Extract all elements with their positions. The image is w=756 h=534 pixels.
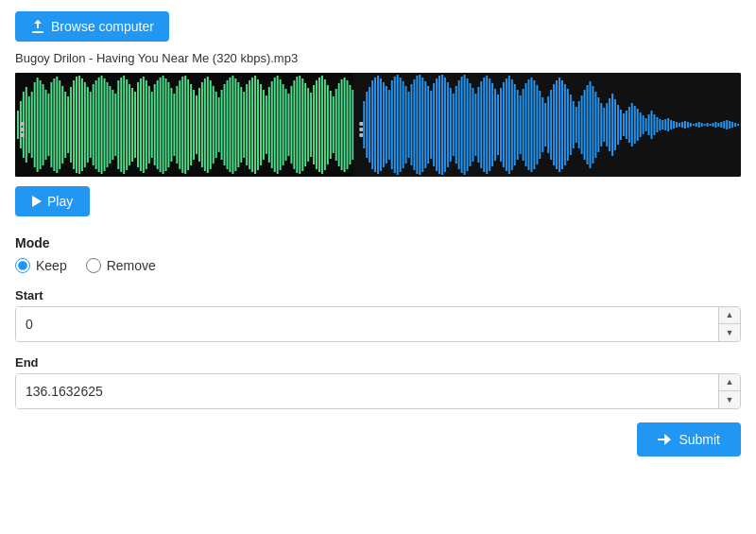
- svg-rect-27: [84, 82, 86, 167]
- svg-rect-110: [316, 80, 318, 169]
- end-increment-button[interactable]: ▲: [719, 374, 740, 391]
- svg-rect-229: [637, 109, 639, 141]
- svg-rect-240: [667, 118, 669, 131]
- svg-rect-21: [67, 96, 69, 153]
- svg-rect-169: [469, 83, 471, 166]
- svg-rect-83: [240, 87, 242, 163]
- svg-rect-261: [726, 120, 728, 129]
- svg-rect-130: [359, 133, 363, 137]
- svg-rect-152: [421, 78, 423, 172]
- svg-rect-28: [87, 87, 89, 163]
- svg-rect-257: [714, 122, 716, 128]
- svg-rect-141: [391, 80, 393, 169]
- svg-rect-174: [483, 78, 485, 172]
- svg-rect-12: [43, 84, 44, 165]
- svg-rect-119: [341, 79, 343, 170]
- svg-rect-68: [198, 88, 200, 162]
- svg-rect-3: [17, 111, 19, 139]
- end-spinner: ▲ ▼: [718, 374, 740, 408]
- svg-rect-198: [550, 90, 552, 160]
- svg-rect-134: [371, 80, 373, 169]
- svg-rect-0: [32, 31, 43, 33]
- svg-marker-266: [32, 196, 42, 207]
- mode-remove-option[interactable]: Remove: [86, 258, 156, 273]
- svg-rect-258: [717, 123, 719, 127]
- svg-rect-228: [634, 106, 636, 144]
- mode-keep-option[interactable]: Keep: [15, 258, 67, 273]
- svg-rect-96: [277, 76, 279, 174]
- svg-rect-88: [254, 76, 256, 174]
- svg-rect-153: [424, 81, 426, 168]
- svg-rect-158: [438, 76, 440, 174]
- svg-rect-62: [181, 77, 183, 173]
- browse-button[interactable]: Browse computer: [15, 11, 169, 42]
- arrow-right-icon: [658, 434, 671, 445]
- submit-row: Submit: [15, 422, 741, 456]
- svg-rect-148: [410, 84, 412, 165]
- svg-rect-263: [731, 122, 733, 128]
- svg-rect-215: [597, 97, 599, 152]
- svg-rect-247: [687, 122, 689, 128]
- svg-rect-57: [167, 82, 169, 167]
- svg-rect-155: [430, 91, 432, 159]
- upload-icon: [30, 19, 45, 34]
- svg-rect-238: [662, 120, 663, 129]
- svg-rect-154: [427, 86, 429, 164]
- play-button[interactable]: Play: [15, 186, 90, 216]
- svg-rect-61: [179, 80, 180, 169]
- svg-rect-150: [416, 76, 418, 174]
- svg-rect-103: [296, 77, 298, 173]
- svg-rect-190: [528, 79, 530, 170]
- mode-remove-radio[interactable]: [86, 258, 101, 273]
- end-decrement-button[interactable]: ▼: [719, 391, 740, 408]
- svg-rect-34: [104, 78, 106, 171]
- svg-rect-11: [40, 80, 42, 169]
- svg-rect-200: [556, 80, 558, 169]
- svg-rect-167: [464, 75, 466, 175]
- start-increment-button[interactable]: ▲: [719, 307, 740, 324]
- end-input[interactable]: [16, 374, 718, 408]
- svg-rect-65: [190, 84, 192, 165]
- svg-rect-265: [737, 124, 739, 126]
- start-decrement-button[interactable]: ▼: [719, 324, 740, 341]
- svg-rect-104: [299, 76, 301, 174]
- svg-rect-60: [176, 86, 178, 164]
- svg-rect-180: [500, 88, 502, 162]
- svg-rect-126: [21, 128, 25, 131]
- svg-rect-115: [330, 91, 332, 159]
- svg-rect-249: [693, 124, 695, 126]
- svg-rect-157: [436, 78, 438, 171]
- svg-rect-222: [617, 105, 619, 145]
- svg-rect-234: [650, 111, 652, 139]
- svg-rect-251: [698, 122, 700, 128]
- svg-rect-164: [455, 86, 457, 164]
- svg-rect-175: [486, 76, 488, 174]
- svg-rect-109: [313, 85, 315, 164]
- svg-rect-123: [352, 90, 353, 160]
- end-field-group: End ▲ ▼: [15, 355, 741, 409]
- submit-button[interactable]: Submit: [637, 422, 741, 456]
- svg-rect-262: [729, 121, 730, 129]
- svg-rect-151: [419, 75, 421, 175]
- svg-rect-221: [614, 99, 616, 150]
- svg-rect-185: [514, 84, 516, 165]
- svg-rect-95: [274, 78, 276, 172]
- svg-rect-29: [90, 92, 92, 158]
- svg-rect-188: [523, 89, 524, 161]
- svg-rect-101: [290, 86, 292, 164]
- svg-rect-19: [61, 86, 63, 164]
- svg-rect-50: [148, 86, 150, 164]
- svg-rect-149: [413, 79, 415, 170]
- mode-keep-radio[interactable]: [15, 258, 30, 273]
- svg-rect-259: [720, 122, 722, 128]
- svg-rect-100: [287, 94, 289, 156]
- end-input-wrapper: ▲ ▼: [15, 373, 741, 409]
- svg-rect-145: [403, 81, 404, 168]
- svg-rect-49: [146, 80, 147, 169]
- svg-rect-183: [508, 76, 510, 174]
- svg-rect-6: [26, 87, 27, 163]
- start-input[interactable]: [16, 307, 718, 341]
- mode-keep-label: Keep: [36, 258, 67, 273]
- svg-rect-23: [73, 80, 75, 169]
- waveform-display[interactable]: [15, 73, 741, 177]
